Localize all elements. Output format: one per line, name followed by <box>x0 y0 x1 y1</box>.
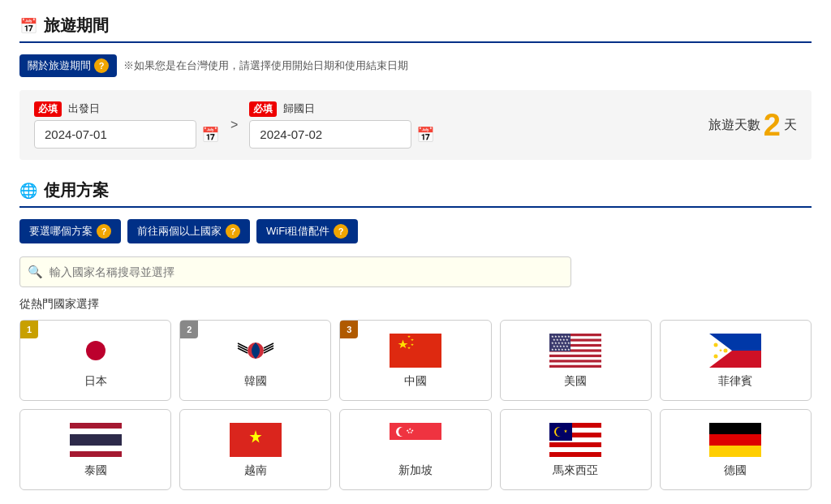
departure-input-wrapper: 2024-07-01 📅 <box>34 120 219 149</box>
country-card-thailand[interactable]: 泰國 <box>19 409 171 490</box>
flag-germany <box>709 423 761 457</box>
travel-days: 旅遊天數 2 天 <box>708 110 797 140</box>
travel-period-header: 📅 旅遊期間 <box>19 15 812 43</box>
tab-plan-label: 要選哪個方案 <box>29 224 93 239</box>
svg-rect-62 <box>709 446 761 457</box>
svg-rect-54 <box>549 442 601 447</box>
date-arrow-divider: > <box>227 118 241 132</box>
svg-point-34 <box>714 343 718 347</box>
return-label: 歸國日 <box>283 102 315 114</box>
country-card-germany[interactable]: 德國 <box>660 409 812 490</box>
flag-vietnam <box>230 423 282 457</box>
flag-korea <box>230 334 282 368</box>
usage-plan-header: 🌐 使用方案 <box>19 179 812 208</box>
country-grid: 1 日本 2 韓國 3 <box>19 320 812 490</box>
usage-plan-title: 使用方案 <box>44 179 109 201</box>
departure-calendar-icon[interactable]: 📅 <box>201 126 219 144</box>
departure-field: 必填 出發日 2024-07-01 📅 <box>34 101 219 149</box>
country-name-germany: 德國 <box>724 463 747 478</box>
svg-rect-23 <box>549 365 601 368</box>
svg-rect-21 <box>549 355 601 357</box>
globe-icon: 🌐 <box>19 182 37 200</box>
tab-multi-label: 前往兩個以上國家 <box>137 224 222 239</box>
country-name-japan: 日本 <box>84 374 107 389</box>
return-calendar-icon[interactable]: 📅 <box>416 126 434 144</box>
search-wrapper: 🔍 <box>19 256 812 287</box>
date-row: 必填 出發日 2024-07-01 📅 > 必填 歸國日 2024-07-02 … <box>19 90 812 160</box>
tab-wifi-label: WiFi租借配件 <box>266 224 329 239</box>
page-wrapper: 📅 旅遊期間 關於旅遊期間 ? ※如果您是在台灣使用，請選擇使用開始日期和使用結… <box>0 0 831 504</box>
svg-rect-61 <box>709 434 761 446</box>
tab-multi-help-icon[interactable]: ? <box>226 224 240 239</box>
info-bar: 關於旅遊期間 ? ※如果您是在台灣使用，請選擇使用開始日期和使用結束日期 <box>19 54 812 77</box>
svg-text:★★★★★★: ★★★★★★ <box>551 347 571 351</box>
svg-point-36 <box>724 349 728 353</box>
country-card-singapore[interactable]: 新加坡 <box>339 409 491 490</box>
country-card-malaysia[interactable]: 馬來西亞 <box>500 409 652 490</box>
usage-plan-section: 🌐 使用方案 要選哪個方案 ? 前往兩個以上國家 ? WiFi租借配件 ? 🔍 … <box>19 179 812 490</box>
country-name-malaysia: 馬來西亞 <box>553 463 598 478</box>
svg-rect-55 <box>549 452 601 457</box>
country-name-singapore: 新加坡 <box>398 463 433 478</box>
period-help-icon[interactable]: ? <box>94 58 109 73</box>
country-search-input[interactable] <box>19 256 571 287</box>
return-date-input[interactable]: 2024-07-02 <box>249 120 411 149</box>
departure-label-row: 必填 出發日 <box>34 101 219 117</box>
travel-period-title: 旅遊期間 <box>44 15 109 37</box>
rank-badge-1: 1 <box>20 321 38 338</box>
country-name-korea: 韓國 <box>244 374 267 389</box>
svg-rect-22 <box>549 360 601 362</box>
country-card-korea[interactable]: 2 韓國 <box>179 320 331 401</box>
svg-point-58 <box>556 427 566 437</box>
travel-period-section: 📅 旅遊期間 關於旅遊期間 ? ※如果您是在台灣使用，請選擇使用開始日期和使用結… <box>19 15 812 160</box>
about-period-label: 關於旅遊期間 <box>28 58 91 73</box>
svg-rect-39 <box>70 434 122 446</box>
tab-multi-button[interactable]: 前往兩個以上國家 ? <box>127 219 250 243</box>
info-note: ※如果您是在台灣使用，請選擇使用開始日期和使用結束日期 <box>123 58 408 73</box>
rank-badge-3: 3 <box>340 321 358 338</box>
travel-days-unit: 天 <box>784 117 797 134</box>
tab-wifi-button[interactable]: WiFi租借配件 ? <box>256 219 358 243</box>
country-card-vietnam[interactable]: 越南 <box>179 409 331 490</box>
tab-wifi-help-icon[interactable]: ? <box>334 224 348 239</box>
svg-rect-10 <box>390 334 441 368</box>
calendar-icon: 📅 <box>19 17 37 35</box>
svg-point-35 <box>714 355 718 359</box>
svg-point-1 <box>86 341 105 360</box>
plan-tabs: 要選哪個方案 ? 前往兩個以上國家 ? WiFi租借配件 ? <box>19 219 812 243</box>
departure-date-input[interactable]: 2024-07-01 <box>34 120 196 149</box>
country-name-thailand: 泰國 <box>84 463 107 478</box>
country-card-china[interactable]: 3 中國 <box>339 320 491 401</box>
departure-required-badge: 必填 <box>34 101 62 117</box>
tab-plan-button[interactable]: 要選哪個方案 ? <box>19 219 121 243</box>
svg-rect-60 <box>709 423 761 434</box>
flag-usa: ★★★★★★ ★★★★★ ★★★★★★ ★★★★★ ★★★★★★ <box>549 334 601 368</box>
rank-badge-2: 2 <box>180 321 198 338</box>
return-input-wrapper: 2024-07-02 📅 <box>249 120 434 149</box>
country-name-usa: 美國 <box>564 374 587 389</box>
flag-thailand <box>70 423 122 457</box>
flag-malaysia <box>549 423 601 457</box>
country-name-philippines: 菲律賓 <box>718 374 752 389</box>
country-card-usa[interactable]: ★★★★★★ ★★★★★ ★★★★★★ ★★★★★ ★★★★★★ 美國 <box>500 320 652 401</box>
return-field: 必填 歸國日 2024-07-02 📅 <box>249 101 434 149</box>
flag-china <box>390 334 441 368</box>
country-card-philippines[interactable]: 菲律賓 <box>660 320 812 401</box>
about-period-button[interactable]: 關於旅遊期間 ? <box>19 54 117 77</box>
flag-philippines <box>709 334 761 368</box>
flag-japan <box>70 334 122 368</box>
svg-rect-43 <box>390 440 441 457</box>
popular-countries-label: 從熱門國家選擇 <box>19 297 812 312</box>
return-required-badge: 必填 <box>249 101 277 117</box>
search-icon: 🔍 <box>28 265 43 279</box>
country-name-china: 中國 <box>404 374 427 389</box>
return-label-row: 必填 歸國日 <box>249 101 434 117</box>
travel-days-number: 2 <box>764 110 781 140</box>
country-card-japan[interactable]: 1 日本 <box>19 320 171 401</box>
svg-point-45 <box>398 427 408 437</box>
tab-plan-help-icon[interactable]: ? <box>97 224 111 239</box>
flag-singapore <box>390 423 441 457</box>
country-name-vietnam: 越南 <box>244 463 267 478</box>
departure-label: 出發日 <box>68 102 100 114</box>
travel-days-label: 旅遊天數 <box>708 117 760 134</box>
